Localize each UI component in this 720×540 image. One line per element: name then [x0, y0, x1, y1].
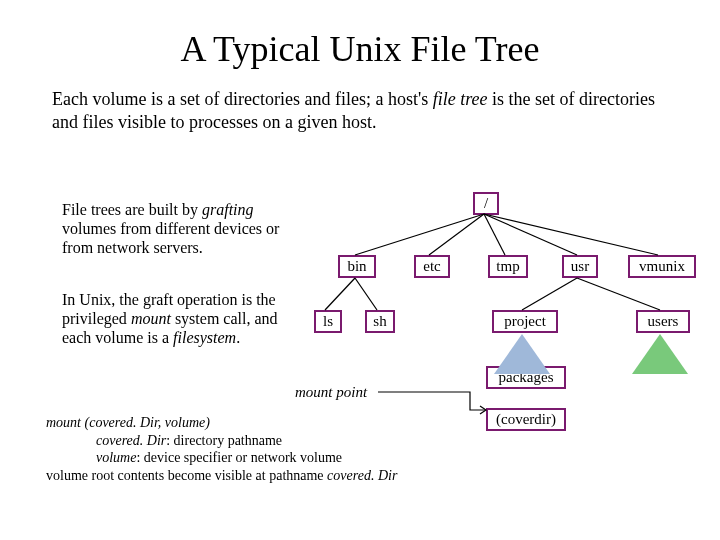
svg-line-0: [355, 214, 484, 255]
node-vmunix: vmunix: [628, 255, 696, 278]
para1b: volumes from different devices or from n…: [62, 220, 279, 256]
para2-italic2: filesystem: [173, 329, 236, 346]
svg-line-2: [484, 214, 505, 255]
slide-title: A Typical Unix File Tree: [0, 28, 720, 70]
node-project: project: [492, 310, 558, 333]
node-etc: etc: [414, 255, 450, 278]
syntax-l2: covered. Dir: directory pathname: [46, 432, 446, 450]
triangle-users-icon: [632, 334, 688, 374]
syntax-l3a: volume: [96, 450, 136, 465]
para2-italic1: mount: [131, 310, 171, 327]
syntax-l3b-normal: : device specifier or network volume: [136, 450, 342, 465]
svg-line-3: [484, 214, 577, 255]
svg-line-4: [484, 214, 658, 255]
syntax-l4: volume root contents become visible at p…: [46, 467, 446, 485]
para2c: .: [236, 329, 240, 346]
syntax-l3: volume: device specifier or network volu…: [46, 449, 446, 467]
para1-italic: grafting: [202, 201, 254, 218]
para-mount: In Unix, the graft operation is the priv…: [62, 290, 292, 348]
node-root: /: [473, 192, 499, 215]
intro-part1: Each volume is a set of directories and …: [52, 89, 433, 109]
node-coverdir: (coverdir): [486, 408, 566, 431]
para1a: File trees are built by: [62, 201, 202, 218]
svg-line-7: [522, 278, 577, 310]
svg-line-6: [355, 278, 377, 310]
syntax-l4b: covered. Dir: [327, 468, 397, 483]
svg-line-8: [577, 278, 660, 310]
syntax-l1: mount (covered. Dir, volume): [46, 414, 446, 432]
node-tmp: tmp: [488, 255, 528, 278]
node-sh: sh: [365, 310, 395, 333]
mount-point-label: mount point: [295, 384, 367, 401]
para-grafting: File trees are built by grafting volumes…: [62, 200, 287, 258]
syntax-l4a: volume root contents become visible at p…: [46, 468, 327, 483]
svg-line-5: [325, 278, 355, 310]
intro-text: Each volume is a set of directories and …: [52, 88, 668, 133]
triangle-project-icon: [494, 334, 550, 374]
syntax-l2a: covered. Dir: [96, 433, 166, 448]
node-users: users: [636, 310, 690, 333]
svg-line-1: [429, 214, 484, 255]
node-usr: usr: [562, 255, 598, 278]
syntax-l2b-normal: : directory pathname: [166, 433, 282, 448]
node-ls: ls: [314, 310, 342, 333]
intro-italic: file tree: [433, 89, 488, 109]
node-bin: bin: [338, 255, 376, 278]
mount-syntax: mount (covered. Dir, volume) covered. Di…: [46, 414, 446, 484]
